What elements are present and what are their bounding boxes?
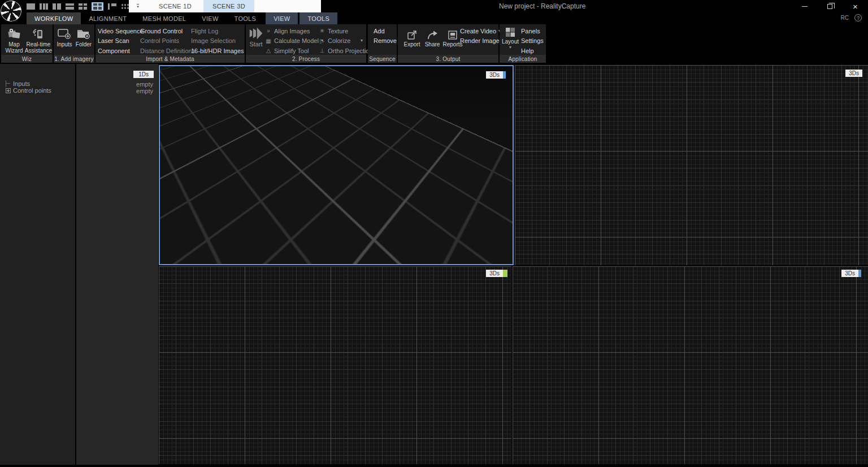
qat-layout-grid-2x2-icon xyxy=(93,3,102,10)
app-window: ↶ ↷ ▾ SCENE 1D SCENE 3D New project - Re… xyxy=(0,0,868,467)
qat-layout-split-icon[interactable] xyxy=(79,3,87,10)
layout-caret-icon[interactable]: ▾ xyxy=(509,45,511,50)
menu-item-ground-control[interactable]: Ground Control xyxy=(140,26,195,36)
empty-slot-row: empty xyxy=(136,81,153,88)
tab-scene-1d[interactable]: SCENE 1D xyxy=(147,0,203,12)
window-title: New project - RealityCapture xyxy=(499,2,585,10)
texture-label: Texture xyxy=(328,28,348,34)
tab-tools-contextual[interactable]: TOOLS xyxy=(300,12,337,24)
ribbon-tab-row: WORKFLOW ALIGNMENT MESH MODEL VIEW TOOLS… xyxy=(0,12,868,24)
active-indicator xyxy=(503,270,507,277)
viewport-type-badge[interactable]: 3Ds xyxy=(841,270,861,277)
menu-item-simplify-tool[interactable]: △Simplify Tool xyxy=(264,46,323,56)
tab-scene-3d[interactable]: SCENE 3D xyxy=(203,0,254,12)
qat-layout-grid-2x2-selected[interactable] xyxy=(92,2,103,11)
tree-item-inputs-label: Inputs xyxy=(13,80,30,87)
tree-item-control-points[interactable]: Control points xyxy=(6,87,51,94)
tab-workflow-label: WORKFLOW xyxy=(34,15,73,22)
tab-view[interactable]: VIEW xyxy=(194,12,226,24)
tree-expand-icon[interactable] xyxy=(6,88,11,93)
menu-item-hdr-images[interactable]: 16-bit/HDR Images xyxy=(191,46,244,56)
menu-item-control-points[interactable]: Control Points xyxy=(140,36,195,46)
map-wizard-button[interactable]: Map Wizard xyxy=(2,25,27,54)
menu-item-calculate-model[interactable]: ▦Calculate Model▾ xyxy=(264,36,323,46)
qat-layout-grid-dots-icon[interactable] xyxy=(121,3,129,10)
restore-button[interactable] xyxy=(817,0,843,12)
reports-icon xyxy=(447,25,458,41)
create-video-label: Create Video xyxy=(460,28,496,34)
menu-item-image-selection[interactable]: Image Selection xyxy=(191,36,244,46)
menu-item-video-sequence[interactable]: Video Sequence xyxy=(98,26,144,36)
tab-tools[interactable]: TOOLS xyxy=(227,12,264,24)
group-sequence-title: Sequence xyxy=(368,55,397,63)
share-icon xyxy=(426,25,439,41)
group-process: Start »Align Images ▦Calculate Model▾ △S… xyxy=(246,24,366,63)
viewport-3d-top-left[interactable]: 3Ds xyxy=(159,65,514,265)
tab-tools-label: TOOLS xyxy=(235,15,257,22)
export-icon xyxy=(406,25,418,41)
colorize-icon: ▷ xyxy=(318,38,326,44)
window-controls: × xyxy=(792,0,868,12)
viewport-3d-bottom-right[interactable]: 3Ds xyxy=(513,266,868,464)
menu-item-texture[interactable]: ✳Texture xyxy=(318,26,372,36)
viewport-type-badge[interactable]: 3Ds xyxy=(845,70,862,77)
tree-item-inputs[interactable]: Inputs xyxy=(6,80,51,87)
colorize-dropdown-caret-icon[interactable]: ▾ xyxy=(361,38,363,43)
menu-item-settings[interactable]: Settings xyxy=(521,36,544,46)
menu-item-remove[interactable]: Remove xyxy=(374,36,397,46)
menu-item-help[interactable]: Help xyxy=(521,46,544,56)
viewport-type-badge[interactable]: 3Ds xyxy=(486,270,507,277)
menu-item-flight-log[interactable]: Flight Log xyxy=(191,26,244,36)
tab-view-contextual[interactable]: VIEW xyxy=(266,12,298,24)
inputs-button[interactable]: Inputs xyxy=(55,25,73,47)
help-label: Help xyxy=(521,47,534,54)
export-button[interactable]: Export xyxy=(401,25,423,47)
menu-item-laser-scan[interactable]: Laser Scan xyxy=(98,36,144,46)
tab-list-dropdown[interactable]: ▾ xyxy=(129,0,147,12)
layout-button[interactable]: Layout ▾ xyxy=(501,25,519,50)
view-1d-panel[interactable]: 1Ds empty empty xyxy=(76,64,158,465)
calculate-model-label: Calculate Model xyxy=(274,37,319,44)
colorize-label: Colorize xyxy=(328,37,350,44)
share-button[interactable]: Share xyxy=(423,25,441,47)
qat-layout-flag-icon[interactable] xyxy=(108,3,116,10)
menu-item-create-video[interactable]: Create Video▾ xyxy=(460,26,501,36)
qat-layout-two-pane-icon[interactable] xyxy=(53,3,61,10)
menu-item-component[interactable]: Component xyxy=(98,46,144,56)
viewport-3d-top-right[interactable]: 3Ds xyxy=(515,65,868,265)
ribbon: Map Wizard Real-time Assistance Wiz xyxy=(0,24,868,63)
menu-item-ortho-projection[interactable]: ⊥Ortho Projection xyxy=(318,46,372,56)
horizon-fade xyxy=(160,66,513,128)
restore-icon xyxy=(827,4,832,9)
tree-connector-icon xyxy=(6,80,11,87)
add-folder-icon xyxy=(76,25,91,41)
view-1d-type-badge[interactable]: 1Ds xyxy=(133,71,154,78)
tab-tools-contextual-label: TOOLS xyxy=(307,15,329,22)
help-icon[interactable]: ? xyxy=(854,14,862,21)
folder-button[interactable]: Folder xyxy=(74,25,93,47)
menu-item-distance-definitions[interactable]: Distance Definitions xyxy=(140,46,195,56)
menu-item-colorize[interactable]: ▷Colorize xyxy=(318,36,372,46)
viewport-3d-bottom-left[interactable]: 3Ds xyxy=(159,266,511,464)
viewport-type-badge[interactable]: 3Ds xyxy=(486,71,506,79)
tab-mesh-model[interactable]: MESH MODEL xyxy=(134,12,194,24)
close-button[interactable]: × xyxy=(843,0,868,12)
qat-layout-single-icon[interactable] xyxy=(27,3,35,10)
calculate-model-icon: ▦ xyxy=(264,38,272,44)
realtime-assistance-button[interactable]: Real-time Assistance xyxy=(25,25,52,54)
menu-item-panels[interactable]: Panels xyxy=(521,26,544,36)
qat-layout-rows-icon[interactable] xyxy=(66,3,74,10)
group-sequence: Add Remove Sequence xyxy=(368,24,397,63)
tab-alignment[interactable]: ALIGNMENT xyxy=(81,12,134,24)
minimize-button[interactable] xyxy=(792,0,817,12)
qat-layout-columns-icon[interactable] xyxy=(40,3,48,10)
group-application: Layout ▾ Panels Settings Help Applicatio… xyxy=(500,24,546,63)
menu-item-render-image[interactable]: Render Image xyxy=(460,36,501,46)
tab-workflow[interactable]: WORKFLOW xyxy=(27,12,81,24)
minimize-icon xyxy=(802,6,808,7)
viewport-type-label: 3Ds xyxy=(841,270,858,277)
realitycapture-logo-icon xyxy=(1,1,21,21)
start-button[interactable]: Start xyxy=(248,25,264,47)
menu-item-align-images[interactable]: »Align Images xyxy=(264,26,323,36)
menu-item-add[interactable]: Add xyxy=(374,26,397,36)
